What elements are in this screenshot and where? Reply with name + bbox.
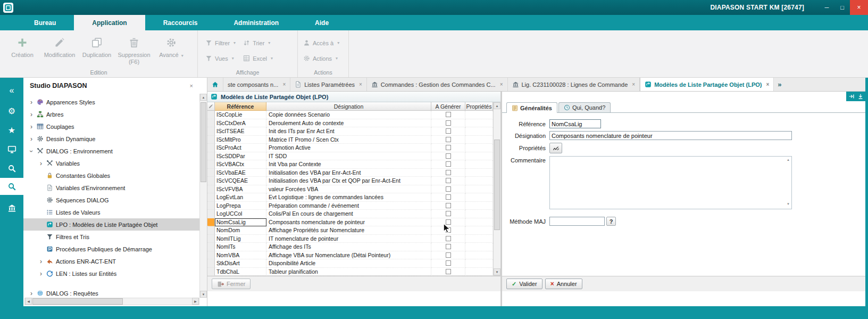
- row-designation-cell[interactable]: Colis/Pal En cours de chargement: [266, 210, 431, 218]
- generate-checkbox[interactable]: [446, 211, 451, 216]
- row-designation-cell[interactable]: Copie données Scenario: [266, 111, 431, 119]
- row-designation-cell[interactable]: valeur Forcées VBA: [266, 185, 431, 194]
- row-designation-cell[interactable]: Tableur planification: [266, 268, 431, 276]
- row-designation-cell[interactable]: Disponibilité Article: [266, 259, 431, 268]
- table-row[interactable]: IScSDDPar IT SDD: [207, 152, 500, 161]
- table-vertical-scrollbar[interactable]: ▲ ▼: [493, 102, 500, 275]
- row-designation-cell[interactable]: Affichage VBA sur Nomenclature (Détai Po…: [266, 251, 431, 260]
- table-row[interactable]: TdbChaL Tableur planification: [207, 268, 500, 276]
- download-icon[interactable]: [857, 93, 864, 100]
- generate-checkbox[interactable]: [446, 244, 451, 249]
- close-tab-icon[interactable]: ×: [359, 81, 362, 87]
- generate-checkbox[interactable]: [446, 137, 451, 142]
- generate-checkbox[interactable]: [446, 178, 451, 183]
- avance-button[interactable]: Avancé ▾: [153, 32, 189, 69]
- tab-composants[interactable]: ste composants n... ×: [223, 78, 290, 91]
- row-reference-cell[interactable]: NomCsaLig: [215, 218, 266, 227]
- sidebar-item-arbres[interactable]: › Arbres: [23, 108, 199, 120]
- designation-field[interactable]: [549, 131, 792, 140]
- row-reference-cell[interactable]: NomITs: [215, 243, 266, 251]
- table-row[interactable]: IScProAct Promotion Active: [207, 144, 500, 152]
- table-row[interactable]: IScITSEAE Init des ITs par Enr Act Ent: [207, 127, 500, 136]
- table-row[interactable]: IScVBACtx Init Vba par Contexte: [207, 160, 500, 169]
- reference-field[interactable]: [549, 119, 601, 128]
- menu-item-aide[interactable]: Aide: [297, 15, 347, 30]
- generate-checkbox[interactable]: [446, 236, 451, 241]
- search-strip-button[interactable]: [0, 160, 23, 177]
- scroll-left-button[interactable]: ◀: [25, 298, 32, 305]
- scrollbar-thumb[interactable]: [32, 298, 123, 305]
- chevron-right-icon[interactable]: ›: [29, 135, 34, 143]
- table-row[interactable]: IScCopLie Copie données Scenario: [207, 111, 500, 119]
- row-designation-cell[interactable]: Affichage des ITs: [266, 243, 431, 251]
- sidebar-item-couplages[interactable]: › Couplages: [23, 120, 199, 133]
- tab-generalites[interactable]: Généralités: [506, 102, 557, 113]
- scroll-down-button[interactable]: ▼: [200, 291, 207, 298]
- scroll-down-icon[interactable]: ▼: [787, 202, 790, 206]
- row-designation-cell[interactable]: IT nomenclature de pointeur: [266, 235, 431, 243]
- sidebar-item-dessin-dynamique[interactable]: › Dessin Dynamique: [23, 133, 199, 145]
- sidebar-collapse-button[interactable]: «: [0, 82, 23, 99]
- favorites-strip-button[interactable]: ★: [0, 121, 23, 138]
- excel-button[interactable]: Excel ▾: [243, 55, 273, 62]
- row-reference-cell[interactable]: IScMltPro: [215, 136, 266, 144]
- row-reference-cell[interactable]: IScVbaEAE: [215, 169, 266, 177]
- row-reference-cell[interactable]: IScVCQEAE: [215, 177, 266, 185]
- row-designation-cell[interactable]: Init des ITs par Enr Act Ent: [266, 127, 431, 136]
- row-designation-cell[interactable]: Initialisation des VBA par Enr-Act-Ent: [266, 169, 431, 177]
- sidebar-item-dialog-environnement[interactable]: › DIALOG : Environnement: [23, 145, 199, 157]
- actions-button[interactable]: Actions ▾: [303, 55, 339, 62]
- valider-button[interactable]: ✓ Valider: [506, 279, 542, 289]
- menu-item-bureau[interactable]: Bureau: [16, 15, 74, 30]
- row-designation-cell[interactable]: Préparation commande / événement: [266, 202, 431, 210]
- sidebar-item-variables[interactable]: › Variables: [23, 157, 199, 169]
- row-designation-cell[interactable]: Deroulement Auto de contexte: [266, 119, 431, 128]
- duplication-button[interactable]: Duplication: [79, 32, 115, 69]
- generate-checkbox[interactable]: [446, 203, 451, 208]
- scroll-up-icon[interactable]: ▲: [787, 158, 790, 161]
- table-row[interactable]: LogPrepa Préparation commande / événemen…: [207, 202, 500, 210]
- table-row[interactable]: IScVbaEAE Initialisation des VBA par Enr…: [207, 169, 500, 177]
- generate-checkbox[interactable]: [446, 269, 451, 274]
- generate-checkbox[interactable]: [446, 145, 451, 150]
- table-row[interactable]: NomITs Affichage des ITs: [207, 243, 500, 251]
- modification-button[interactable]: Modification: [41, 32, 78, 69]
- sidebar-item-apparences-styles[interactable]: › Apparences Styles: [23, 96, 199, 108]
- row-reference-cell[interactable]: LogEvtLan: [215, 193, 266, 202]
- sidebar-horizontal-scrollbar[interactable]: ◀ ▶: [24, 298, 199, 305]
- close-tab-icon[interactable]: ×: [766, 81, 769, 87]
- row-reference-cell[interactable]: IScSDDPar: [215, 152, 266, 161]
- table-row[interactable]: NomVBA Affichage VBA sur Nomenclature (D…: [207, 251, 500, 260]
- row-reference-cell[interactable]: NomITLig: [215, 235, 266, 243]
- table-row[interactable]: IScMltPro Matrice IT Promo / Scen Ctx: [207, 136, 500, 144]
- tab-home[interactable]: [207, 78, 223, 91]
- table-row[interactable]: NomITLig IT nomenclature de pointeur: [207, 235, 500, 243]
- sidebar-item-procedures-publiques[interactable]: › Procédures Publiques de Démarrage: [23, 243, 199, 255]
- help-button[interactable]: ?: [606, 217, 616, 226]
- chevron-right-icon[interactable]: ›: [38, 270, 44, 277]
- commentaire-field[interactable]: [549, 156, 792, 209]
- row-designation-cell[interactable]: Composants nomenclature de pointeur: [266, 218, 431, 227]
- row-reference-cell[interactable]: IScCtxDerA: [215, 119, 266, 128]
- sidebar-item-dialog-requetes[interactable]: › DIALOG : Requêtes: [23, 287, 199, 298]
- column-header-proprietes[interactable]: Propriétés: [465, 102, 493, 111]
- sidebar-item-listes-de-valeurs[interactable]: › Listes de Valeurs: [23, 206, 199, 218]
- creation-button[interactable]: Création: [4, 32, 40, 69]
- generate-checkbox[interactable]: [446, 194, 451, 200]
- acces-a-button[interactable]: Accès à ▾: [303, 39, 339, 46]
- sidebar-vertical-scrollbar[interactable]: ▲ ▼: [199, 94, 207, 298]
- close-button[interactable]: ×: [850, 0, 868, 15]
- table-row[interactable]: NomCsaLig Composants nomenclature de poi…: [207, 218, 500, 227]
- sidebar-item-len-listes-entites[interactable]: › LEN : Listes sur Entités: [23, 267, 199, 280]
- scrollbar-thumb[interactable]: [494, 140, 500, 230]
- maximize-button[interactable]: □: [834, 0, 850, 15]
- row-reference-cell[interactable]: NomDom: [215, 226, 266, 235]
- generate-checkbox[interactable]: [446, 170, 451, 175]
- row-reference-cell[interactable]: LogPrepa: [215, 202, 266, 210]
- table-row[interactable]: LogEvtLan Evt Logistique : lignes de com…: [207, 193, 500, 202]
- annuler-button[interactable]: × Annuler: [545, 279, 582, 289]
- tab-listes-parametrees[interactable]: Listes Paramétrées ×: [290, 78, 367, 91]
- generate-checkbox[interactable]: [446, 252, 451, 258]
- tab-lignes-de-commande[interactable]: Lig. C231100028 : Lignes de Commande ×: [508, 78, 640, 91]
- table-row[interactable]: IScVFVBA valeur Forcées VBA: [207, 185, 500, 194]
